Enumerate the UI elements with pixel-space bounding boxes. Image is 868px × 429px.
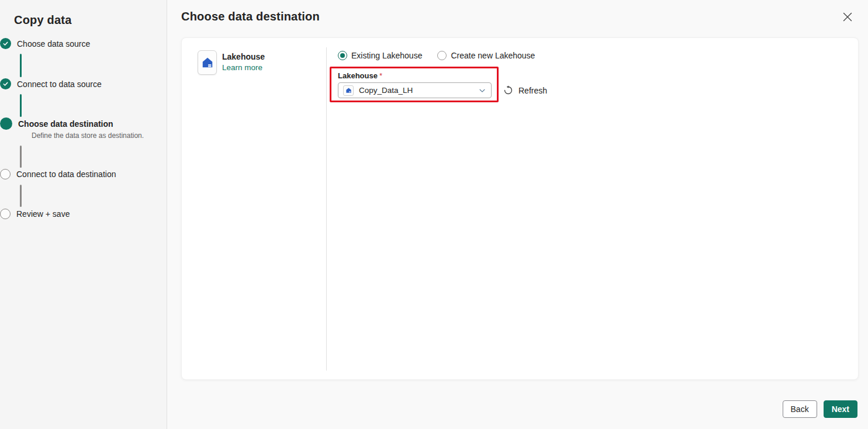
wizard-sidebar: Copy data Choose data source Connect to … [0,0,167,429]
step-completed-icon [0,78,11,89]
lakehouse-field-label: Lakehouse* [338,71,382,80]
step-connect-data-source[interactable]: Connect to data source [0,78,102,89]
step-label: Connect to data destination [16,169,116,179]
step-connect-data-destination[interactable]: Connect to data destination [0,169,116,179]
step-current-icon [0,117,12,130]
copy-data-wizard: Copy data Choose data source Connect to … [0,0,868,429]
step-description: Define the data store as destination. [32,132,144,140]
lakehouse-mode-radio-group: Existing Lakehouse Create new Lakehouse [338,51,535,60]
vertical-divider [326,47,327,371]
radio-unselected-icon [437,51,447,60]
back-button[interactable]: Back [783,400,817,418]
destination-card: Lakehouse Learn more Existing Lakehouse … [181,37,859,380]
radio-existing-lakehouse[interactable]: Existing Lakehouse [338,51,422,60]
radio-label: Existing Lakehouse [351,51,422,60]
main-panel: Choose data destination Lakehouse Learn … [167,0,868,429]
step-pending-icon [0,209,11,219]
step-label: Connect to data source [17,79,102,89]
radio-create-new-lakehouse[interactable]: Create new Lakehouse [437,51,535,60]
lakehouse-select-dropdown[interactable]: Copy_Data_LH [338,82,492,98]
step-label: Review + save [16,209,70,219]
step-connector [20,146,22,168]
step-connector [20,185,22,207]
lakehouse-icon [198,50,217,75]
required-marker: * [379,71,382,80]
dropdown-selected-value: Copy_Data_LH [359,86,478,95]
step-choose-data-destination[interactable]: Choose data destination [0,117,113,130]
close-icon[interactable] [841,11,854,23]
refresh-button[interactable]: Refresh [503,82,547,98]
refresh-label: Refresh [518,86,547,95]
next-button[interactable]: Next [824,400,857,418]
wizard-footer: Back Next [783,400,857,418]
step-choose-data-source[interactable]: Choose data source [0,38,90,49]
step-completed-icon [0,38,11,49]
radio-selected-icon [338,51,347,60]
lakehouse-small-icon [343,85,354,96]
learn-more-link[interactable]: Learn more [222,63,262,72]
step-label: Choose data destination [18,119,113,129]
step-review-save[interactable]: Review + save [0,209,70,219]
refresh-icon [503,85,513,95]
step-label: Choose data source [17,39,90,49]
step-pending-icon [0,169,11,179]
wizard-title: Copy data [14,13,71,27]
step-connector [20,54,22,77]
chevron-down-icon [478,87,486,95]
destination-type-label: Lakehouse [222,52,265,61]
page-title: Choose data destination [181,10,320,23]
step-connector [20,94,22,117]
radio-label: Create new Lakehouse [451,51,535,60]
